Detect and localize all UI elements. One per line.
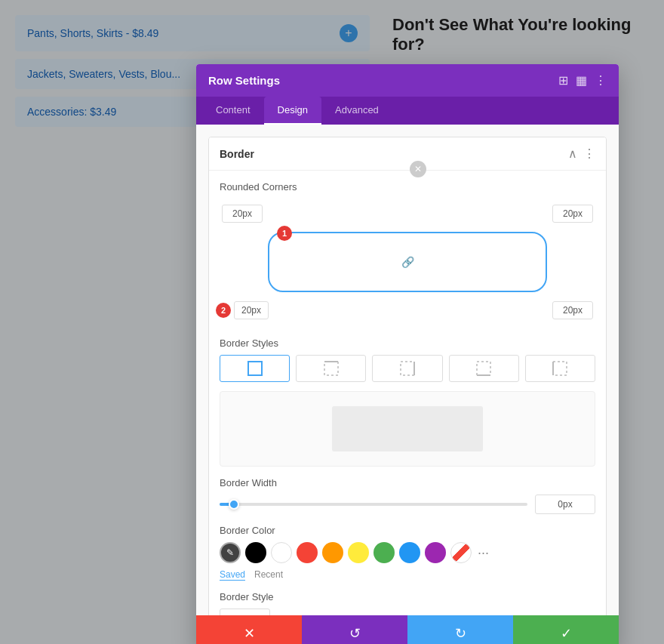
corner-preview: 1 🔗: [268, 232, 547, 292]
save-button[interactable]: ✓: [513, 615, 619, 644]
border-styles-label: Border Styles: [220, 337, 595, 349]
border-width-track[interactable]: [220, 503, 527, 506]
link-icon: 🔗: [401, 256, 414, 268]
border-style-full[interactable]: [220, 355, 290, 382]
top-left-input[interactable]: [222, 205, 263, 223]
badge-1: 1: [277, 226, 292, 241]
modal-title: Row Settings: [208, 74, 280, 87]
badge-2: 2: [216, 303, 231, 318]
border-width-value[interactable]: [535, 495, 595, 514]
svg-rect-1: [324, 362, 338, 375]
border-styles-row: [220, 355, 595, 382]
border-style-bottom[interactable]: [449, 355, 519, 382]
svg-rect-3: [401, 362, 414, 375]
bottom-right-input[interactable]: [552, 301, 593, 319]
color-blue[interactable]: [399, 542, 420, 563]
color-red[interactable]: [297, 542, 318, 563]
modal-footer: ✕ ↺ ↻ ✓: [196, 615, 619, 644]
svg-rect-0: [248, 362, 262, 375]
more-options-icon[interactable]: ⋮: [595, 73, 607, 88]
border-more-icon[interactable]: ⋮: [583, 146, 595, 161]
modal-header-icons: ⊞ ▦ ⋮: [558, 73, 607, 88]
color-orange[interactable]: [322, 542, 343, 563]
border-color-label: Border Color: [220, 525, 595, 536]
border-section: Border ∧ ⋮ Rounded Corners: [208, 137, 607, 615]
slider-thumb[interactable]: [229, 499, 239, 510]
color-black[interactable]: [245, 542, 266, 563]
top-right-input[interactable]: [552, 205, 593, 223]
border-preview-area: [220, 391, 595, 467]
border-section-body: Rounded Corners 1 🔗: [209, 170, 606, 615]
tab-advanced[interactable]: Advanced: [321, 97, 392, 125]
border-width-slider-row: [220, 495, 595, 514]
wireframe-icon[interactable]: ⊞: [558, 73, 568, 88]
redo-button[interactable]: ↻: [407, 615, 513, 644]
border-preview-inner: [332, 406, 483, 451]
border-style-label: Border Style: [220, 591, 595, 602]
svg-rect-7: [553, 362, 567, 375]
close-button[interactable]: ✕: [410, 161, 426, 177]
cancel-button[interactable]: ✕: [196, 615, 302, 644]
collapse-icon[interactable]: ∧: [568, 146, 577, 161]
color-swatches: ✎ ···: [220, 542, 595, 563]
modal-body: Border ∧ ⋮ Rounded Corners: [196, 125, 619, 615]
columns-icon[interactable]: ▦: [576, 73, 587, 88]
bottom-left-input[interactable]: [234, 301, 269, 319]
border-style-top[interactable]: [296, 355, 366, 382]
color-tab-saved[interactable]: Saved: [220, 569, 245, 581]
border-section-controls: ∧ ⋮: [568, 146, 595, 161]
corner-center: 🔗: [401, 256, 414, 268]
undo-button[interactable]: ↺: [302, 615, 407, 644]
border-style-left[interactable]: [525, 355, 595, 382]
color-tabs: Saved Recent: [220, 569, 595, 581]
color-white[interactable]: [271, 542, 292, 563]
tab-content[interactable]: Content: [202, 97, 264, 125]
border-section-title: Border: [220, 148, 254, 160]
border-width-label: Border Width: [220, 477, 595, 488]
border-style-select[interactable]: Solid Dashed Dotted None: [220, 609, 270, 615]
rounded-corners-label: Rounded Corners: [220, 181, 595, 193]
border-style-select-wrapper: Solid Dashed Dotted None: [220, 609, 595, 615]
color-green[interactable]: [374, 542, 395, 563]
color-more[interactable]: ···: [478, 545, 489, 561]
color-purple[interactable]: [425, 542, 446, 563]
border-section-header[interactable]: Border ∧ ⋮: [209, 137, 606, 170]
modal-tabs: Content Design Advanced: [196, 97, 619, 125]
tab-design[interactable]: Design: [264, 97, 321, 125]
color-edit-swatch[interactable]: ✎: [220, 542, 241, 563]
rounded-corners-grid: 1 🔗 2: [220, 199, 595, 325]
svg-rect-5: [477, 362, 490, 375]
color-tab-recent[interactable]: Recent: [254, 569, 283, 581]
color-striped[interactable]: [450, 542, 472, 563]
row-settings-modal: Row Settings ⊞ ▦ ⋮ Content Design Advanc…: [196, 64, 619, 644]
border-style-right[interactable]: [372, 355, 442, 382]
modal-header: Row Settings ⊞ ▦ ⋮: [196, 64, 619, 97]
color-yellow[interactable]: [348, 542, 369, 563]
